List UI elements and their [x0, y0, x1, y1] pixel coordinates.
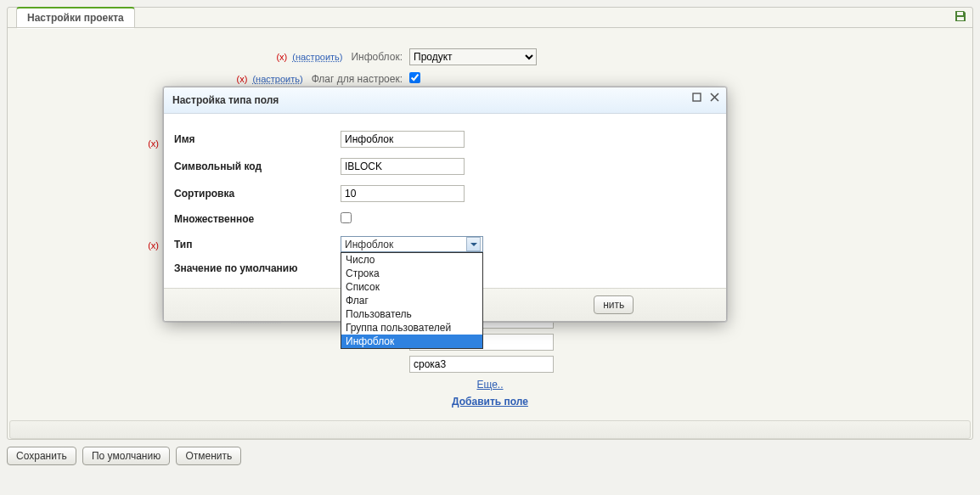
configure-link[interactable]: (настроить) [252, 74, 302, 84]
field-type-selected: Инфоблок [345, 239, 393, 250]
chevron-down-icon [466, 237, 481, 251]
field-multi-checkbox[interactable] [341, 212, 352, 223]
type-option[interactable]: Строка [341, 267, 482, 280]
dialog-title: Настройка типа поля [172, 94, 279, 106]
tab-label: Настройки проекта [27, 12, 124, 24]
add-field-row: Добавить поле [8, 393, 972, 410]
field-label-default: Значение по умолчанию [174, 262, 341, 274]
field-label-type: Тип [174, 239, 341, 250]
field-label-code: Символьный код [174, 160, 341, 172]
type-option-selected[interactable]: Инфоблок [341, 335, 482, 348]
save-icon[interactable] [954, 9, 967, 23]
default-button[interactable]: По умолчанию [82, 447, 170, 465]
flag-checkbox[interactable] [409, 72, 420, 83]
delete-icon[interactable]: (x) [148, 240, 159, 250]
multistring-input-3[interactable] [409, 356, 554, 373]
type-option[interactable]: Число [341, 253, 482, 267]
more-link[interactable]: Еще.. [476, 379, 503, 391]
type-option[interactable]: Список [341, 280, 482, 294]
field-type-dialog: Настройка типа поля Имя Символьный код С [163, 87, 727, 322]
cancel-button[interactable]: Отменить [176, 447, 241, 465]
type-option[interactable]: Группа пользователей [341, 321, 482, 335]
field-code-input[interactable] [341, 158, 465, 175]
configure-link[interactable]: (настроить) [292, 52, 342, 62]
more-link-row: Еще.. [8, 376, 972, 393]
delete-icon[interactable]: (x) [148, 138, 159, 149]
field-name-input[interactable] [341, 131, 465, 148]
panel-footer-bar [9, 420, 971, 439]
setting-label: Инфоблок: [351, 51, 403, 63]
setting-row-iblock: (x) (настроить) Инфоблок: Продукт [8, 45, 972, 69]
tab-project-settings[interactable]: Настройки проекта [16, 7, 135, 28]
field-sort-input[interactable] [341, 185, 465, 202]
close-icon[interactable] [710, 93, 719, 104]
tab-strip [8, 27, 972, 28]
delete-icon[interactable]: (x) [237, 74, 248, 84]
field-label-multi: Множественное [174, 213, 341, 225]
field-label-name: Имя [174, 133, 341, 145]
dialog-body: Имя Символьный код Сортировка Множествен… [164, 114, 726, 288]
iblock-select[interactable]: Продукт [409, 48, 537, 65]
type-option[interactable]: Флаг [341, 294, 482, 307]
svg-rect-0 [693, 93, 701, 101]
type-option[interactable]: Пользователь [341, 307, 482, 321]
footer-buttons: Сохранить По умолчанию Отменить [7, 447, 973, 465]
field-label-sort: Сортировка [174, 188, 341, 200]
setting-label: Флаг для настроек: [312, 73, 403, 85]
field-type-dropdown[interactable]: Число Строка Список Флаг Пользователь Гр… [341, 252, 483, 349]
maximize-icon[interactable] [692, 93, 701, 104]
add-field-link[interactable]: Добавить поле [452, 396, 528, 408]
save-button[interactable]: Сохранить [7, 447, 76, 465]
dialog-titlebar[interactable]: Настройка типа поля [164, 87, 726, 114]
dialog-button-partial[interactable]: нить [594, 295, 634, 314]
field-type-select[interactable]: Инфоблок [341, 236, 483, 252]
delete-icon[interactable]: (x) [276, 52, 287, 62]
